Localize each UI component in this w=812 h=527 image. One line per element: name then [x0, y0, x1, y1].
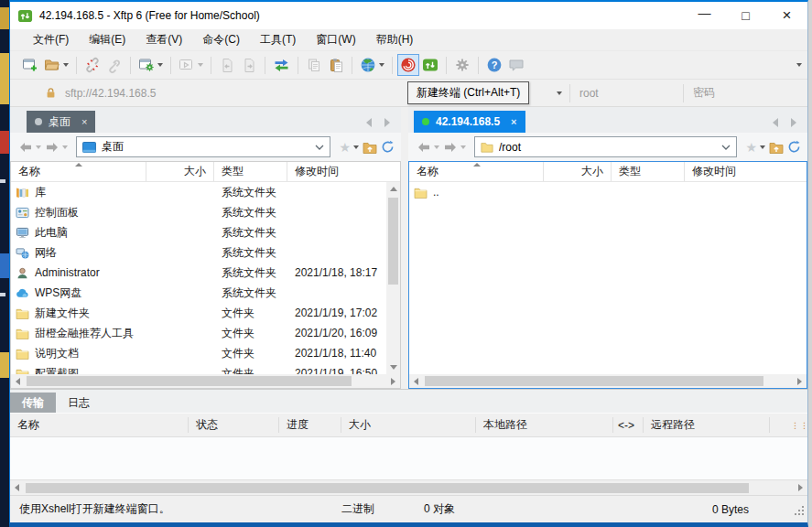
column-header-name[interactable]: 名称 — [409, 162, 544, 181]
paste-button[interactable] — [325, 54, 347, 76]
close-button[interactable]: × — [766, 2, 807, 29]
reconnect-button[interactable] — [103, 54, 125, 76]
file-row[interactable]: 说明文档 文件夹 2021/1/18, 11:40 — [11, 343, 386, 363]
options-button[interactable] — [451, 54, 473, 76]
local-tab[interactable]: 桌面 × — [27, 111, 95, 133]
file-row[interactable]: 配置截图 文件夹 2021/1/19, 16:50 — [11, 363, 386, 374]
file-row[interactable]: 网络 系统文件夹 — [11, 242, 386, 263]
file-row[interactable]: 库 系统文件夹 — [11, 182, 386, 202]
menu-command[interactable]: 命令(C) — [192, 29, 250, 50]
local-vertical-scrollbar[interactable] — [386, 182, 400, 374]
back-button[interactable] — [416, 140, 440, 155]
column-header-direction[interactable]: <-> — [613, 417, 644, 433]
new-session-button[interactable] — [19, 54, 41, 76]
column-header-size[interactable]: 大小 — [146, 162, 214, 181]
scroll-down-icon[interactable] — [386, 360, 400, 374]
up-directory-button[interactable] — [362, 139, 378, 156]
open-session-button[interactable] — [41, 54, 71, 76]
remote-horizontal-scrollbar[interactable] — [409, 374, 807, 388]
transfer-button[interactable] — [270, 54, 293, 76]
menu-help[interactable]: 帮助(H) — [366, 29, 424, 50]
tab-scroll-left-icon[interactable] — [366, 118, 372, 127]
local-horizontal-scrollbar[interactable] — [11, 374, 400, 388]
tab-log[interactable]: 日志 — [56, 393, 102, 413]
scroll-right-icon[interactable] — [793, 374, 807, 388]
transfer-list-area[interactable] — [10, 437, 807, 479]
forward-document-button[interactable] — [238, 54, 260, 76]
tab-scroll-right-icon[interactable] — [384, 118, 390, 127]
copy-button[interactable] — [303, 54, 325, 76]
tab-close-icon[interactable]: × — [81, 116, 87, 127]
forward-button[interactable] — [44, 140, 69, 155]
column-header-name[interactable]: 名称 — [11, 162, 146, 181]
file-row[interactable]: WPS网盘 系统文件夹 — [11, 283, 386, 303]
feedback-button[interactable] — [505, 54, 527, 76]
bottom-horizontal-scrollbar[interactable] — [10, 479, 807, 495]
scroll-right-icon[interactable] — [386, 374, 400, 388]
forward-button[interactable] — [442, 140, 467, 155]
scroll-up-icon[interactable] — [386, 182, 400, 196]
column-header-status[interactable]: 状态 — [189, 417, 279, 433]
scroll-left-icon[interactable] — [10, 481, 24, 495]
file-row[interactable]: 此电脑 系统文件夹 — [11, 222, 386, 242]
column-header-remote-path[interactable]: 远程路径 — [644, 417, 770, 433]
toolbar-overflow-icon[interactable] — [796, 63, 802, 67]
back-document-button[interactable] — [216, 54, 238, 76]
scroll-thumb[interactable] — [26, 483, 749, 493]
help-button[interactable]: ? — [483, 54, 505, 76]
column-header-modified[interactable]: 修改时间 — [287, 162, 400, 181]
scroll-left-icon[interactable] — [409, 374, 423, 388]
resize-grip[interactable] — [793, 504, 804, 515]
scroll-thumb[interactable] — [388, 198, 398, 285]
column-header-modified[interactable]: 修改时间 — [685, 162, 807, 181]
encoding-button[interactable] — [357, 54, 387, 76]
column-header-local-path[interactable]: 本地路径 — [476, 417, 613, 433]
file-row[interactable]: 甜橙金融推荐人工具 文件夹 2021/1/20, 16:09 — [11, 323, 386, 343]
maximize-button[interactable]: □ — [725, 2, 766, 29]
column-header-size[interactable]: 大小 — [341, 417, 476, 433]
new-terminal-button[interactable] — [397, 54, 419, 76]
refresh-button[interactable] — [786, 138, 802, 156]
favorites-button[interactable]: ★ — [744, 139, 766, 156]
local-path-combobox[interactable]: 桌面 — [76, 136, 330, 157]
up-directory-button[interactable] — [768, 139, 785, 156]
remote-path-combobox[interactable]: /root — [474, 136, 737, 157]
scroll-left-icon[interactable] — [11, 374, 25, 388]
menu-edit[interactable]: 编辑(E) — [79, 29, 135, 50]
xftp-button[interactable] — [419, 54, 441, 76]
file-row[interactable]: .. — [409, 182, 807, 202]
disconnect-button[interactable] — [81, 54, 103, 76]
tab-scroll-left-icon[interactable] — [773, 118, 778, 127]
refresh-button[interactable] — [380, 138, 395, 156]
tab-scroll-right-icon[interactable] — [791, 118, 796, 127]
column-header-name[interactable]: 名称 — [10, 417, 189, 433]
column-header-size[interactable]: 大小 — [544, 162, 612, 181]
menu-file[interactable]: 文件(F) — [23, 29, 79, 50]
tab-scroll-arrows — [773, 118, 807, 133]
address-dropdown[interactable] — [546, 91, 569, 95]
column-header-type[interactable]: 类型 — [214, 162, 287, 181]
file-row[interactable]: Administrator 系统文件夹 2021/1/18, 18:17 — [11, 263, 386, 283]
column-header-type[interactable]: 类型 — [612, 162, 685, 181]
back-button[interactable] — [17, 140, 42, 155]
username-input[interactable]: root — [570, 87, 683, 100]
pane-splitter[interactable] — [401, 107, 408, 389]
run-button[interactable] — [176, 54, 206, 76]
favorites-button[interactable]: ★ — [338, 139, 360, 156]
file-row[interactable]: 新建文件夹 文件夹 2021/1/19, 17:02 — [11, 303, 386, 323]
tab-close-icon[interactable]: × — [511, 116, 516, 127]
menu-tools[interactable]: 工具(T) — [250, 29, 306, 50]
minimize-button[interactable]: — — [684, 2, 725, 29]
session-properties-button[interactable] — [135, 54, 166, 76]
file-row[interactable]: 控制面板 系统文件夹 — [11, 202, 386, 222]
column-customize-icon[interactable]: ⋮⋮ — [791, 421, 807, 430]
menu-window[interactable]: 窗口(W) — [306, 29, 365, 50]
scroll-thumb[interactable] — [27, 376, 352, 386]
password-input[interactable]: 密码 — [684, 85, 807, 101]
remote-tab[interactable]: 42.194.168.5 × — [414, 111, 525, 133]
tab-transfers[interactable]: 传输 — [10, 393, 56, 413]
column-header-progress[interactable]: 进度 — [279, 417, 341, 433]
scroll-right-icon[interactable] — [794, 481, 807, 495]
menu-view[interactable]: 查看(V) — [135, 29, 192, 50]
scroll-thumb[interactable] — [425, 376, 763, 386]
